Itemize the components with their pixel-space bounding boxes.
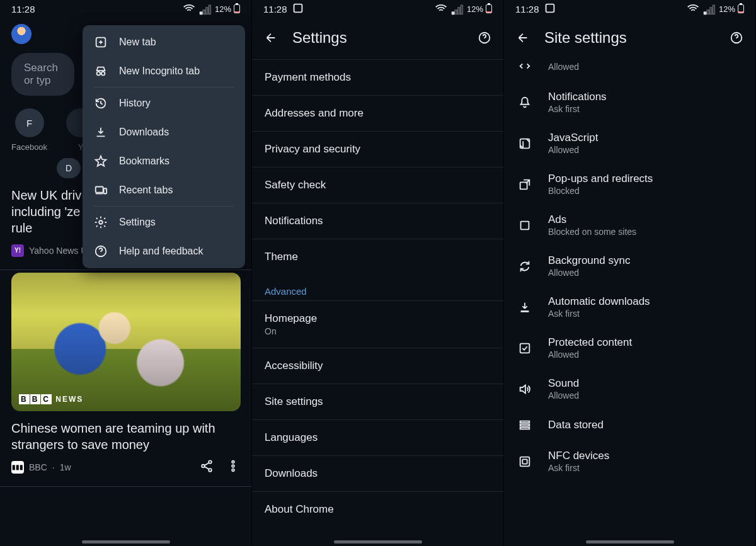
settings-row-safety-check[interactable]: Safety check	[252, 167, 503, 203]
wifi-icon	[182, 2, 196, 16]
settings-row-accessibility[interactable]: Accessibility	[252, 348, 503, 384]
svg-rect-19	[294, 4, 302, 12]
search-input[interactable]: Search or typ	[11, 53, 74, 96]
news-title: Chinese women are teaming up with strang…	[11, 420, 240, 453]
statusbar: 11:28 12%	[0, 0, 251, 18]
help-icon[interactable]	[477, 30, 492, 45]
page-title: Site settings	[544, 29, 715, 47]
menu-history[interactable]: History	[83, 89, 245, 118]
code-icon	[517, 59, 533, 73]
share-icon[interactable]	[200, 459, 214, 475]
site-setting-nfc-devices[interactable]: NFC devicesAsk first	[504, 441, 755, 482]
data-icon	[517, 418, 533, 432]
settings-row-privacy-and-security[interactable]: Privacy and security	[252, 131, 503, 167]
svg-rect-30	[520, 457, 530, 466]
signal-icon	[450, 2, 464, 16]
menu-incognito[interactable]: New Incognito tab	[83, 57, 245, 86]
nfc-icon	[517, 455, 533, 469]
section-advanced: Advanced	[252, 275, 503, 300]
sync-icon	[517, 259, 533, 273]
settings-row-notifications[interactable]: Notifications	[252, 203, 503, 239]
home-indicator	[334, 540, 422, 543]
svg-point-9	[232, 461, 234, 464]
settings-row-theme[interactable]: Theme	[252, 239, 503, 275]
settings-row-payment-methods[interactable]: Payment methods	[252, 59, 503, 95]
settings-row-downloads[interactable]: Downloads	[252, 455, 503, 491]
menu-recent-tabs[interactable]: Recent tabs	[83, 176, 245, 205]
svg-rect-29	[520, 428, 530, 429]
news-card-1[interactable]: Chinese women are teaming up with strang…	[0, 420, 251, 484]
battery-icon	[738, 4, 744, 13]
star-icon	[94, 154, 108, 168]
screenshot-indicator-icon	[543, 1, 557, 17]
screen-site-settings: 11:28 12% Site settings Allowed Notifica…	[504, 0, 756, 546]
battery-percent: 12%	[467, 4, 483, 14]
menu-new-tab[interactable]: New tab	[83, 28, 245, 57]
statusbar: 11:28 12%	[504, 0, 755, 18]
signal-icon	[198, 2, 212, 16]
battery-icon	[486, 4, 492, 13]
source-badge-icon: ▮▮▮	[11, 461, 24, 474]
battery-percent: 12%	[215, 4, 231, 14]
svg-point-8	[209, 469, 212, 472]
status-time: 11:28	[263, 4, 287, 14]
news-source: BBC	[29, 462, 47, 472]
site-setting-sound[interactable]: SoundAllowed	[504, 368, 755, 409]
settings-row-addresses-and-more[interactable]: Addresses and more	[252, 95, 503, 131]
incognito-icon	[94, 64, 108, 78]
settings-row-site-settings[interactable]: Site settings	[252, 384, 503, 419]
site-setting-pop-ups-and-redirects[interactable]: Pop-ups and redirectsBlocked	[504, 164, 755, 205]
shortcut-facebook[interactable]: F Facebook	[11, 108, 47, 152]
site-setting-background-sync[interactable]: Background syncAllowed	[504, 246, 755, 287]
site-row-peek[interactable]: Allowed	[504, 59, 755, 82]
back-button[interactable]	[515, 30, 530, 45]
site-setting-javascript[interactable]: JavaScriptAllowed	[504, 123, 755, 164]
wifi-icon	[434, 2, 448, 16]
profile-avatar[interactable]	[11, 24, 32, 44]
source-badge-icon: Y!	[11, 244, 24, 257]
news-image[interactable]: BBC NEWS	[11, 273, 241, 411]
more-icon[interactable]	[226, 459, 240, 475]
menu-help[interactable]: Help and feedback	[83, 237, 245, 266]
gear-icon	[94, 215, 108, 229]
site-setting-notifications[interactable]: NotificationsAsk first	[504, 82, 755, 123]
svg-point-6	[209, 460, 212, 464]
menu-downloads[interactable]: Downloads	[83, 118, 245, 147]
status-time: 11:28	[11, 4, 35, 14]
chip-partial[interactable]: D	[57, 158, 81, 178]
menu-bookmarks[interactable]: Bookmarks	[83, 147, 245, 176]
svg-rect-21	[546, 4, 554, 12]
download-icon	[94, 125, 108, 139]
help-icon[interactable]	[729, 30, 744, 45]
back-button[interactable]	[263, 30, 278, 45]
screen-chrome-home: 11:28 12% Search or typ F Facebook Y D N…	[0, 0, 252, 546]
screen-settings: 11:28 12% Settings Payment methodsAddres…	[252, 0, 504, 546]
page-title: Settings	[292, 29, 463, 47]
ads-icon	[517, 219, 533, 232]
svg-point-13	[97, 72, 101, 76]
bell-icon	[517, 96, 533, 110]
svg-rect-27	[520, 421, 530, 423]
svg-rect-16	[104, 188, 107, 193]
svg-point-14	[101, 72, 105, 76]
settings-row-languages[interactable]: Languages	[252, 419, 503, 455]
site-setting-ads[interactable]: AdsBlocked on some sites	[504, 205, 755, 246]
devices-icon	[94, 183, 108, 197]
home-indicator	[82, 540, 170, 543]
svg-rect-28	[520, 424, 530, 426]
site-setting-protected-content[interactable]: Protected contentAllowed	[504, 327, 755, 368]
home-indicator	[586, 540, 674, 543]
svg-point-10	[232, 465, 234, 467]
battery-icon	[234, 4, 240, 13]
wifi-icon	[686, 2, 700, 16]
settings-row-homepage[interactable]: HomepageOn	[252, 300, 503, 348]
popup-icon	[517, 178, 533, 191]
settings-row-about-chrome[interactable]: About Chrome	[252, 491, 503, 527]
site-setting-data-stored[interactable]: Data stored	[504, 409, 755, 441]
svg-point-11	[232, 469, 234, 472]
bbc-logo-overlay: BBC NEWS	[19, 395, 83, 404]
site-setting-automatic-downloads[interactable]: Automatic downloadsAsk first	[504, 287, 755, 327]
svg-rect-31	[522, 459, 527, 464]
history-icon	[94, 96, 108, 110]
menu-settings[interactable]: Settings	[83, 208, 245, 237]
